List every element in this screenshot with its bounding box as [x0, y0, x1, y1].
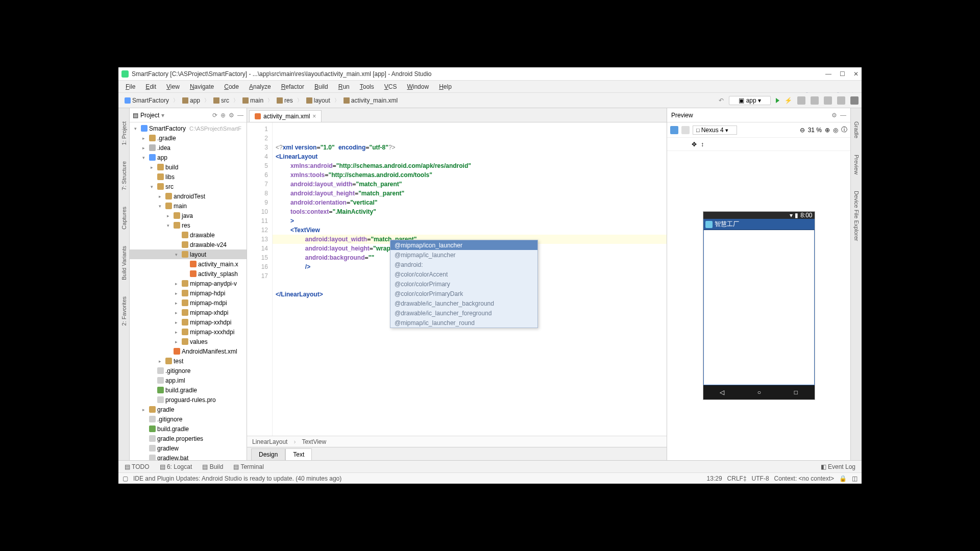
tree-node[interactable]: ▸test — [130, 356, 247, 366]
tree-node[interactable]: ▸build — [130, 162, 247, 172]
locate-icon[interactable]: ⊕ — [220, 112, 226, 119]
debug-icon[interactable]: ⚡ — [785, 97, 792, 104]
tree-node[interactable]: ▾app — [130, 153, 247, 162]
tree-node[interactable]: ▸mipmap-mdpi — [130, 298, 247, 308]
device-select[interactable]: □ Nexus 4 ▾ — [693, 126, 737, 135]
profile-icon[interactable] — [797, 96, 805, 105]
run-button-icon[interactable] — [776, 98, 779, 103]
side-tab[interactable]: Build Variants — [120, 243, 128, 283]
tree-node[interactable]: ▸mipmap-xxxhdpi — [130, 327, 247, 337]
preview-canvas[interactable]: ▾ ▮ 8:00 智慧工厂 ◁ ○ □ — [667, 151, 850, 460]
menu-tools[interactable]: Tools — [356, 82, 378, 91]
completion-item[interactable]: @android: — [390, 260, 537, 269]
tree-node[interactable]: ▸androidTest — [130, 191, 247, 201]
tree-node[interactable]: gradle.properties — [130, 434, 247, 443]
menu-build[interactable]: Build — [310, 82, 332, 91]
event-log-button[interactable]: ◧ Event Log — [818, 462, 859, 471]
completion-item[interactable]: @color/colorAccent — [390, 269, 537, 279]
zoom-out-icon[interactable]: ⊖ — [800, 127, 805, 134]
completion-item[interactable]: @mipmap/icon_launcher — [390, 240, 537, 250]
tree-node[interactable]: ▾src — [130, 182, 247, 191]
crumb-layout[interactable]: layout — [303, 96, 333, 105]
menu-vcs[interactable]: VCS — [380, 82, 401, 91]
palette-icon[interactable] — [670, 126, 678, 134]
menu-edit[interactable]: Edit — [141, 82, 160, 91]
bottom-tool[interactable]: ▤ TODO — [121, 462, 153, 471]
left-tool-strip[interactable]: 1: Project7: StructureCapturesBuild Vari… — [118, 108, 130, 460]
tree-node[interactable]: ▸mipmap-xhdpi — [130, 308, 247, 317]
tree-node[interactable]: ▸mipmap-xxhdpi — [130, 317, 247, 327]
side-tab[interactable]: Captures — [120, 204, 128, 233]
tree-node[interactable]: ▸gradle — [130, 405, 247, 414]
side-tab[interactable]: 7: Structure — [120, 158, 128, 193]
nav-back-icon[interactable]: ↶ — [719, 97, 724, 104]
menu-window[interactable]: Window — [403, 82, 433, 91]
design-tab[interactable]: Design — [251, 448, 285, 460]
preview-settings-icon[interactable]: ⚙ — [831, 112, 837, 119]
orientation-icon[interactable] — [681, 126, 690, 134]
context-info[interactable]: Context: <no context> — [774, 475, 834, 482]
completion-item[interactable]: @color/colorPrimaryDark — [390, 289, 537, 298]
avd-icon[interactable] — [850, 96, 859, 105]
crumb-app[interactable]: app — [179, 96, 203, 105]
tree-node[interactable]: drawable-v24 — [130, 240, 247, 249]
collapse-icon[interactable]: ⟳ — [212, 112, 217, 119]
tree-node[interactable]: libs — [130, 172, 247, 182]
project-scope-arrow-icon[interactable]: ▾ — [161, 112, 164, 119]
warnings-icon[interactable]: ⓘ — [841, 126, 847, 134]
pan-icon[interactable]: ✥ — [692, 141, 697, 148]
stop-icon[interactable] — [824, 96, 832, 105]
tree-node[interactable]: ▾res — [130, 220, 247, 230]
tree-node[interactable]: proguard-rules.pro — [130, 395, 247, 405]
side-tab[interactable]: 1: Project — [120, 118, 128, 148]
tree-node[interactable]: build.gradle — [130, 424, 247, 434]
side-tab[interactable]: Preview — [852, 152, 861, 178]
completion-item[interactable]: @mipmap/ic_launcher — [390, 250, 537, 260]
close-button[interactable]: ✕ — [853, 70, 859, 78]
tree-node[interactable]: ▸mipmap-anydpi-v — [130, 279, 247, 288]
side-tab[interactable]: Device File Explorer — [852, 188, 861, 244]
completion-item[interactable]: @color/colorPrimary — [390, 279, 537, 289]
crumb-src[interactable]: src — [210, 96, 232, 105]
breadcrumb-item[interactable]: TextView — [302, 438, 326, 445]
tree-node[interactable]: ▾main — [130, 201, 247, 211]
minimize-button[interactable]: — — [825, 70, 831, 78]
completion-item[interactable]: @drawable/ic_launcher_foreground — [390, 308, 537, 318]
tree-node[interactable]: ▸mipmap-hdpi — [130, 288, 247, 298]
project-tree[interactable]: ▾SmartFactoryC:\ASProject\SmartF▸.gradle… — [130, 122, 247, 460]
tree-node[interactable]: build.gradle — [130, 385, 247, 395]
editor-tab-active[interactable]: activity_main.xml × — [249, 110, 322, 122]
line-separator[interactable]: CRLF‡ — [727, 475, 747, 482]
completion-item[interactable]: @drawable/ic_launcher_background — [390, 298, 537, 308]
text-tab[interactable]: Text — [285, 448, 312, 460]
bottom-tool[interactable]: ▤ 6: Logcat — [157, 462, 195, 471]
zoom-fit-icon[interactable]: ◎ — [833, 127, 838, 134]
crumb-SmartFactory[interactable]: SmartFactory — [121, 96, 172, 105]
bottom-tool-bar[interactable]: ▤ TODO▤ 6: Logcat▤ Build▤ Terminal ◧ Eve… — [118, 460, 862, 472]
bottom-tool[interactable]: ▤ Build — [199, 462, 226, 471]
breadcrumb-item[interactable]: LinearLayout — [252, 438, 287, 445]
tree-node[interactable]: gradlew.bat — [130, 453, 247, 460]
right-tool-strip[interactable]: GradlePreviewDevice File Explorer — [850, 108, 862, 460]
bottom-tool[interactable]: ▤ Terminal — [230, 462, 266, 471]
tree-node[interactable]: .gitignore — [130, 414, 247, 424]
menu-run[interactable]: Run — [334, 82, 354, 91]
side-tab[interactable]: 2: Favorites — [120, 293, 128, 329]
code-editor[interactable]: <?xml version="1.0" encoding="utf-8"?> <… — [273, 122, 667, 436]
completion-item[interactable]: @mipmap/ic_launcher_round — [390, 318, 537, 328]
tree-node[interactable]: app.iml — [130, 375, 247, 385]
menu-bar[interactable]: FileEditViewNavigateCodeAnalyzeRefactorB… — [118, 81, 862, 93]
status-icon[interactable]: ▢ — [122, 475, 128, 482]
menu-refactor[interactable]: Refactor — [277, 82, 308, 91]
breadcrumb[interactable]: SmartFactory〉app〉src〉main〉res〉layout〉act… — [121, 96, 401, 105]
code-completion-popup[interactable]: @mipmap/icon_launcher@mipmap/ic_launcher… — [390, 240, 538, 328]
crumb-main[interactable]: main — [239, 96, 266, 105]
tree-node[interactable]: ▸java — [130, 211, 247, 220]
attach-icon[interactable] — [811, 96, 819, 105]
menu-view[interactable]: View — [162, 82, 184, 91]
tree-node[interactable]: ▾SmartFactoryC:\ASProject\SmartF — [130, 123, 247, 133]
tree-node[interactable]: ▸.idea — [130, 143, 247, 153]
crumb-activity_main.xml[interactable]: activity_main.xml — [340, 96, 401, 105]
tree-node[interactable]: activity_main.x — [130, 259, 247, 269]
preview-hide-icon[interactable]: — — [840, 112, 846, 119]
